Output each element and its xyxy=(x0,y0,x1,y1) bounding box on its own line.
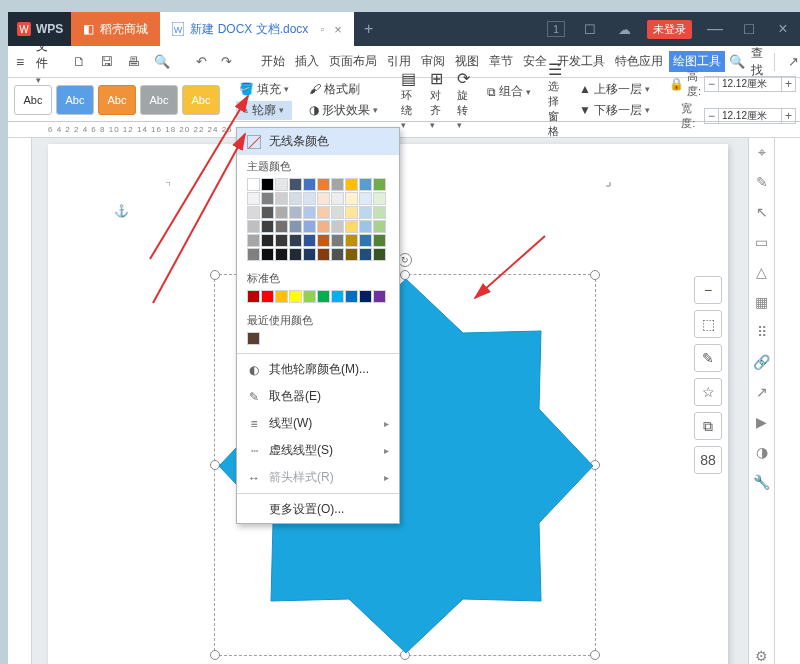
color-swatch[interactable] xyxy=(345,290,358,303)
side-share-icon[interactable]: ↗ xyxy=(752,382,772,402)
height-increase[interactable]: + xyxy=(781,77,795,91)
color-swatch[interactable] xyxy=(261,290,274,303)
width-increase[interactable]: + xyxy=(781,109,795,123)
group-button[interactable]: ⧉组合 ▾ xyxy=(484,82,534,101)
close-tab-icon[interactable]: × xyxy=(334,22,342,37)
home-tab[interactable]: W WPS xyxy=(8,12,71,46)
color-swatch[interactable] xyxy=(317,234,330,247)
side-pencil-icon[interactable]: ✎ xyxy=(752,172,772,192)
more-settings[interactable]: 更多设置(O)... xyxy=(237,496,399,523)
style-thumb-2[interactable]: Abc xyxy=(56,85,94,115)
color-swatch[interactable] xyxy=(247,192,260,205)
color-swatch[interactable] xyxy=(303,248,316,261)
color-swatch[interactable] xyxy=(289,192,302,205)
shape-style-gallery[interactable]: Abc Abc Abc Abc Abc xyxy=(14,85,220,115)
color-swatch[interactable] xyxy=(261,248,274,261)
color-swatch[interactable] xyxy=(247,178,260,191)
color-swatch[interactable] xyxy=(359,192,372,205)
color-swatch[interactable] xyxy=(303,206,316,219)
tab-document[interactable]: W 新建 DOCX 文档.docx ▫ × xyxy=(160,12,354,46)
color-swatch[interactable] xyxy=(345,234,358,247)
eyedropper[interactable]: ✎取色器(E) xyxy=(237,383,399,410)
color-swatch[interactable] xyxy=(373,206,386,219)
tab-section[interactable]: 章节 xyxy=(485,51,517,72)
color-swatch[interactable] xyxy=(359,234,372,247)
qat-print[interactable]: 🖶 xyxy=(122,54,145,69)
color-swatch[interactable] xyxy=(275,192,288,205)
color-swatch[interactable] xyxy=(331,192,344,205)
color-swatch[interactable] xyxy=(331,206,344,219)
style-thumb-3[interactable]: Abc xyxy=(98,85,136,115)
color-swatch[interactable] xyxy=(247,206,260,219)
color-swatch[interactable] xyxy=(373,220,386,233)
color-swatch[interactable] xyxy=(345,192,358,205)
color-swatch[interactable] xyxy=(261,178,274,191)
color-swatch[interactable] xyxy=(261,192,274,205)
recent-swatch-1[interactable] xyxy=(247,332,260,345)
color-swatch[interactable] xyxy=(317,206,330,219)
color-swatch[interactable] xyxy=(317,248,330,261)
color-swatch[interactable] xyxy=(359,178,372,191)
outline-button[interactable]: ✎轮廓 ▾ xyxy=(236,101,292,120)
search-icon[interactable]: 🔍 xyxy=(729,54,745,69)
style-thumb-5[interactable]: Abc xyxy=(182,85,220,115)
shape-effect-button[interactable]: ◑形状效果 ▾ xyxy=(306,101,381,120)
rotate-button[interactable]: ⟳旋转▾ xyxy=(453,69,474,130)
color-swatch[interactable] xyxy=(275,220,288,233)
color-swatch[interactable] xyxy=(275,178,288,191)
color-swatch[interactable] xyxy=(373,290,386,303)
side-aperture-icon[interactable]: △ xyxy=(752,262,772,282)
color-swatch[interactable] xyxy=(289,248,302,261)
mini-btn-5[interactable]: ⧉ xyxy=(694,412,722,440)
side-apps-icon[interactable]: ⠿ xyxy=(752,322,772,342)
tab-mall[interactable]: ◧ 稻壳商城 xyxy=(71,12,160,46)
ruler-vertical[interactable] xyxy=(8,138,32,664)
qat-undo[interactable]: ↶ xyxy=(191,54,212,69)
hamburger-icon[interactable]: ≡ xyxy=(12,54,28,70)
color-swatch[interactable] xyxy=(373,234,386,247)
side-grid-icon[interactable]: ▦ xyxy=(752,292,772,312)
color-swatch[interactable] xyxy=(331,234,344,247)
fill-button[interactable]: 🪣填充 ▾ xyxy=(236,80,292,99)
mini-btn-6[interactable]: 88 xyxy=(694,446,722,474)
color-swatch[interactable] xyxy=(373,248,386,261)
side-locate-icon[interactable]: ⌖ xyxy=(752,142,772,162)
side-video-icon[interactable]: ▶ xyxy=(752,412,772,432)
mini-btn-1[interactable]: − xyxy=(694,276,722,304)
align-button[interactable]: ⊞对齐▾ xyxy=(426,69,447,130)
color-swatch[interactable] xyxy=(331,220,344,233)
rotate-handle[interactable]: ↻ xyxy=(398,253,412,267)
color-swatch[interactable] xyxy=(303,220,316,233)
color-swatch[interactable] xyxy=(275,206,288,219)
color-swatch[interactable] xyxy=(247,234,260,247)
mini-btn-2[interactable]: ⬚ xyxy=(694,310,722,338)
width-decrease[interactable]: − xyxy=(705,109,719,123)
color-swatch[interactable] xyxy=(373,192,386,205)
color-swatch[interactable] xyxy=(317,192,330,205)
color-swatch[interactable] xyxy=(275,248,288,261)
tab-featured[interactable]: 特色应用 xyxy=(611,51,667,72)
color-swatch[interactable] xyxy=(345,220,358,233)
mini-btn-3[interactable]: ✎ xyxy=(694,344,722,372)
line-weight[interactable]: ≡线型(W)▸ xyxy=(237,410,399,437)
color-swatch[interactable] xyxy=(317,290,330,303)
tab-layout[interactable]: 页面布局 xyxy=(325,51,381,72)
color-swatch[interactable] xyxy=(261,206,274,219)
side-panel-scrollbar[interactable] xyxy=(774,138,800,664)
color-swatch[interactable] xyxy=(359,248,372,261)
format-painter-button[interactable]: 🖌格式刷 xyxy=(306,80,381,99)
color-swatch[interactable] xyxy=(289,220,302,233)
color-swatch[interactable] xyxy=(359,206,372,219)
more-outline-colors[interactable]: ◐其他轮廓颜色(M)... xyxy=(237,356,399,383)
wrap-text-button[interactable]: ▤环绕▾ xyxy=(397,69,420,130)
color-swatch[interactable] xyxy=(373,178,386,191)
color-swatch[interactable] xyxy=(261,220,274,233)
qat-new[interactable]: 🗋 xyxy=(68,54,91,69)
maximize-button[interactable]: □ xyxy=(732,12,766,46)
no-outline-color[interactable]: 无线条颜色 xyxy=(237,128,399,155)
color-swatch[interactable] xyxy=(345,248,358,261)
send-backward-button[interactable]: ▼下移一层 ▾ xyxy=(576,101,653,120)
color-swatch[interactable] xyxy=(317,178,330,191)
color-swatch[interactable] xyxy=(247,248,260,261)
side-chat-icon[interactable]: ◑ xyxy=(752,442,772,462)
